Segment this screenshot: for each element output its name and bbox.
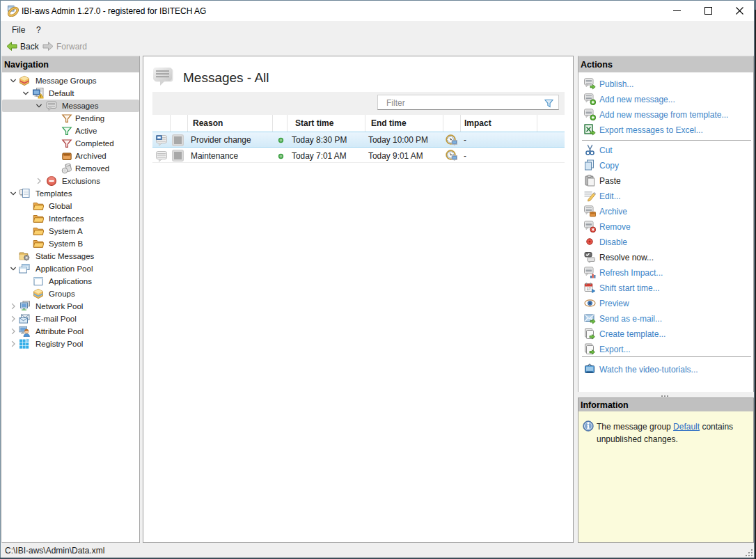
svg-text:17: 17 <box>587 286 591 290</box>
